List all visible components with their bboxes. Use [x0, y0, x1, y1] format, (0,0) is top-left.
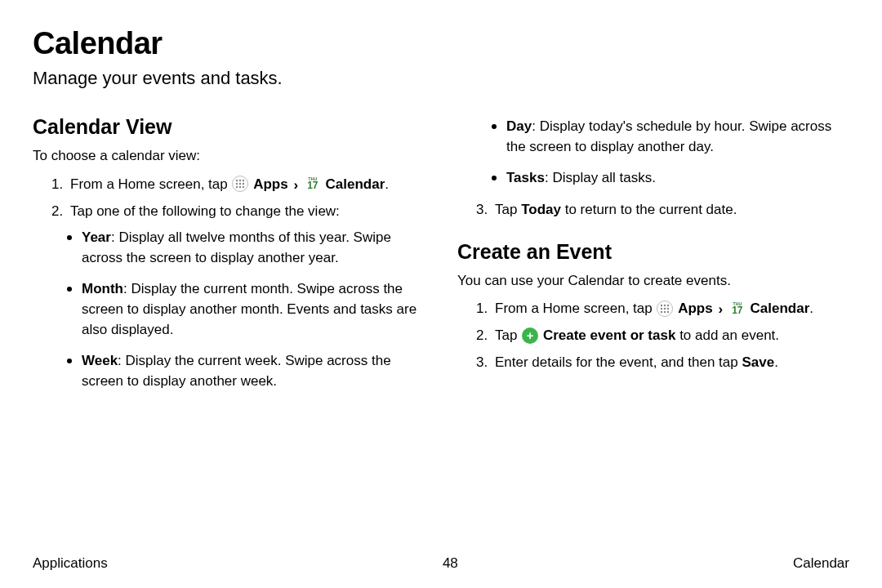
step-1: From a Home screen, tap Apps › THU 17 Ca… [67, 175, 425, 195]
step-2: Tap one of the following to change the v… [67, 202, 425, 222]
view-options-list-continued: Day: Display today's schedule by hour. S… [457, 117, 849, 189]
chevron-right-icon: › [293, 176, 298, 196]
page-footer: Applications 48 Calendar [33, 555, 849, 572]
svg-point-15 [661, 311, 662, 313]
label-month: Month [82, 281, 123, 296]
step-text: Tap [495, 327, 521, 343]
calendar-icon-date: 17 [732, 305, 742, 315]
desc-month: : Display the current month. Swipe acros… [82, 281, 416, 336]
create-event-label: Create event or task [543, 327, 676, 343]
svg-point-13 [664, 308, 666, 310]
save-label: Save [742, 354, 774, 370]
label-year: Year [82, 229, 111, 245]
step-text-post: to return to the current date. [561, 202, 737, 217]
label-day: Day [506, 118, 532, 134]
step-text: Enter details for the event, and then ta… [495, 354, 742, 370]
footer-right: Calendar [793, 555, 849, 572]
desc-week: : Display the current week. Swipe across… [82, 353, 391, 389]
svg-point-7 [239, 186, 241, 188]
step-1: From a Home screen, tap Apps › THU 17 Ca… [492, 299, 849, 319]
list-item-month: Month: Display the current month. Swipe … [67, 279, 425, 340]
list-item-year: Year: Display all twelve months of this … [67, 228, 425, 268]
svg-point-8 [243, 186, 244, 188]
footer-left: Applications [33, 555, 108, 572]
list-item-tasks: Tasks: Display all tasks. [492, 168, 849, 189]
footer-page-number: 48 [443, 555, 458, 572]
svg-point-14 [667, 308, 669, 310]
apps-icon [232, 176, 248, 192]
label-week: Week [82, 353, 118, 368]
svg-point-10 [664, 305, 666, 306]
page-title: Calendar [33, 26, 849, 61]
calendar-view-intro: To choose a calendar view: [33, 146, 425, 167]
section-heading-create-event: Create an Event [457, 237, 849, 266]
svg-point-16 [664, 311, 666, 313]
calendar-view-steps-continued: Tap Today to return to the current date. [457, 200, 849, 220]
calendar-label: Calendar [326, 176, 385, 192]
chevron-right-icon: › [718, 300, 723, 320]
view-options-list: Year: Display all twelve months of this … [33, 228, 425, 391]
step-text: Tap [495, 202, 521, 217]
svg-point-17 [667, 311, 669, 313]
calendar-view-steps: From a Home screen, tap Apps › THU 17 Ca… [33, 175, 425, 221]
step-text: From a Home screen, tap [495, 301, 656, 316]
label-tasks: Tasks [506, 170, 545, 185]
desc-year: : Display all twelve months of this year… [82, 229, 391, 265]
svg-point-1 [239, 180, 241, 181]
section-heading-calendar-view: Calendar View [33, 112, 425, 141]
apps-icon [657, 301, 673, 317]
page-subtitle: Manage your events and tasks. [33, 68, 849, 89]
step-2: Tap + Create event or task to add an eve… [492, 326, 849, 346]
period: . [385, 176, 389, 192]
svg-point-0 [236, 180, 238, 181]
calendar-icon: THU 17 [729, 301, 746, 317]
apps-label: Apps [678, 301, 713, 316]
svg-point-9 [661, 305, 662, 306]
left-column: Calendar View To choose a calendar view:… [33, 112, 425, 403]
today-label: Today [521, 202, 561, 217]
create-event-intro: You can use your Calendar to create even… [457, 271, 849, 292]
apps-label: Apps [253, 176, 288, 192]
list-item-week: Week: Display the current week. Swipe ac… [67, 351, 425, 391]
period: . [809, 301, 813, 316]
svg-point-4 [239, 183, 241, 185]
desc-tasks: : Display all tasks. [545, 170, 656, 185]
create-event-steps: From a Home screen, tap Apps › THU 17 Ca… [457, 299, 849, 372]
svg-point-11 [667, 305, 669, 306]
step-3: Enter details for the event, and then ta… [492, 353, 849, 373]
svg-point-2 [243, 180, 244, 181]
step-text-post: . [774, 354, 778, 370]
desc-day: : Display today's schedule by hour. Swip… [506, 118, 831, 154]
right-column: Day: Display today's schedule by hour. S… [457, 112, 849, 403]
svg-point-6 [236, 186, 238, 188]
list-item-day: Day: Display today's schedule by hour. S… [492, 117, 849, 157]
step-3: Tap Today to return to the current date. [492, 200, 849, 220]
step-text: From a Home screen, tap [70, 176, 231, 192]
content-columns: Calendar View To choose a calendar view:… [33, 112, 849, 403]
calendar-icon: THU 17 [305, 176, 321, 192]
calendar-icon-date: 17 [307, 180, 318, 190]
step-text-post: to add an event. [675, 327, 779, 343]
svg-point-12 [661, 308, 662, 310]
svg-point-3 [236, 183, 238, 185]
svg-point-5 [243, 183, 244, 185]
calendar-label: Calendar [751, 301, 810, 316]
plus-icon: + [522, 327, 538, 344]
